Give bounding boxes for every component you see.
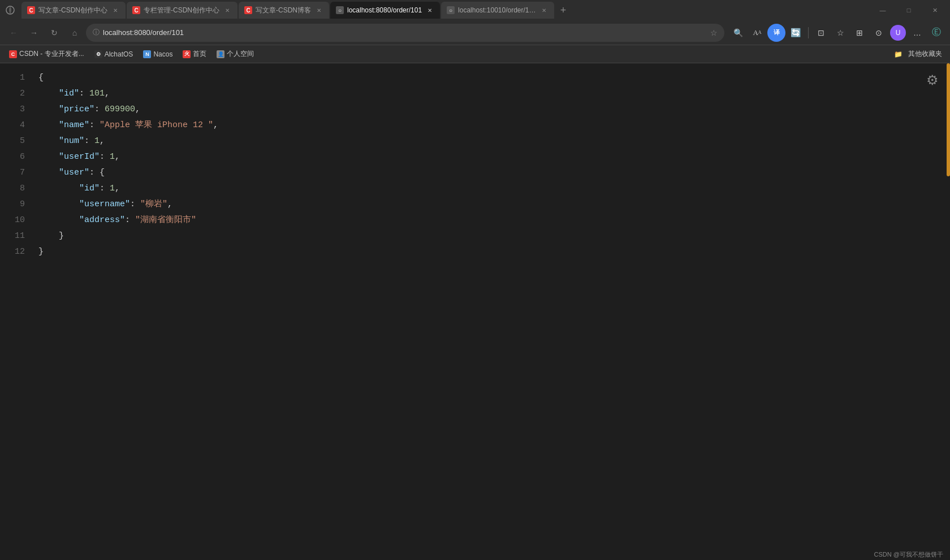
code-line: "num": 1, bbox=[38, 133, 950, 149]
code-token-colon: : bbox=[89, 120, 100, 130]
code-token-num: 101 bbox=[89, 89, 105, 98]
other-bookmarks-folder[interactable]: 其他收藏夹 bbox=[905, 47, 945, 61]
code-line: "address": "湖南省衡阳市" bbox=[38, 212, 950, 228]
new-tab-button[interactable]: + bbox=[555, 2, 571, 18]
code-token-ws bbox=[38, 152, 59, 162]
tab-close-button[interactable]: ✕ bbox=[425, 6, 434, 15]
code-token-colon: : bbox=[89, 168, 100, 177]
bookmark-item[interactable]: 火首页 bbox=[178, 47, 211, 61]
code-token-num: 1 bbox=[110, 184, 115, 193]
more-options-icon[interactable]: … bbox=[908, 24, 926, 42]
bookmarks-right: 📁 其他收藏夹 bbox=[894, 47, 945, 61]
tab-close-button[interactable]: ✕ bbox=[539, 6, 549, 15]
code-token-colon: : bbox=[84, 136, 94, 146]
zoom-icon[interactable]: 🔍 bbox=[729, 24, 747, 42]
code-token-key: "price" bbox=[59, 105, 94, 114]
code-line: { bbox=[38, 70, 950, 86]
bookmark-label: 个人空间 bbox=[227, 49, 254, 59]
code-token-ws bbox=[38, 184, 79, 193]
profile-avatar[interactable]: U bbox=[890, 25, 906, 41]
bookmark-star-icon[interactable]: ☆ bbox=[710, 28, 718, 37]
code-token-ws bbox=[38, 89, 59, 98]
bookmark-item[interactable]: CCSDN - 专业开发者... bbox=[5, 47, 89, 61]
code-line: } bbox=[38, 244, 950, 260]
maximize-button[interactable]: □ bbox=[896, 0, 922, 20]
lock-icon: ⓘ bbox=[93, 28, 100, 37]
tab-tab5[interactable]: ○localhost:10010/order/101✕ bbox=[441, 2, 554, 19]
edge-icon: Ⓔ bbox=[927, 24, 945, 42]
code-token-ws bbox=[38, 199, 79, 209]
scrollbar[interactable] bbox=[945, 63, 950, 560]
code-token-ws bbox=[38, 231, 59, 241]
tab-tab3[interactable]: C写文章-CSDN博客✕ bbox=[239, 2, 329, 19]
code-token-brace: { bbox=[38, 73, 44, 83]
settings-gear-icon[interactable]: ⚙ bbox=[926, 72, 939, 88]
url-text: localhost:8080/order/101 bbox=[103, 28, 707, 37]
window-controls: — □ ✕ bbox=[870, 0, 948, 20]
tab-close-button[interactable]: ✕ bbox=[223, 6, 232, 15]
refresh-icon[interactable]: 🔄 bbox=[787, 24, 805, 42]
bookmark-label: CSDN - 专业开发者... bbox=[19, 49, 84, 59]
line-number: 7 bbox=[0, 165, 34, 181]
address-bar: ← → ↻ ⌂ ⓘ localhost:8080/order/101 ☆ 🔍 A… bbox=[0, 20, 950, 45]
bookmark-item[interactable]: ⚙AlchatOS bbox=[90, 47, 138, 61]
tab-favicon: ○ bbox=[447, 6, 455, 14]
code-token-ws bbox=[38, 215, 79, 225]
tab-favicon: C bbox=[132, 6, 140, 14]
code-token-brace: { bbox=[100, 168, 105, 177]
split-view-icon[interactable]: ⊡ bbox=[812, 24, 830, 42]
bookmark-item[interactable]: NNacos bbox=[139, 47, 177, 61]
code-token-colon: : bbox=[94, 105, 105, 114]
line-number: 9 bbox=[0, 197, 34, 212]
code-token-punct: , bbox=[135, 105, 140, 114]
close-button[interactable]: ✕ bbox=[922, 0, 948, 20]
code-area: { "id": 101, "price": 699900, "name": "A… bbox=[34, 63, 950, 560]
tab-close-button[interactable]: ✕ bbox=[314, 6, 323, 15]
bookmark-label: 首页 bbox=[193, 49, 206, 59]
code-token-punct: , bbox=[100, 136, 105, 146]
bookmarks-bar: CCSDN - 专业开发者...⚙AlchatOSNNacos火首页👤个人空间 … bbox=[0, 45, 950, 63]
line-number: 5 bbox=[0, 133, 34, 149]
code-token-key: "user" bbox=[59, 168, 89, 177]
bookmark-favicon: C bbox=[9, 50, 17, 58]
status-bar: CSDN @可我不想做饼干 bbox=[867, 549, 950, 560]
code-token-colon: : bbox=[100, 184, 110, 193]
forward-button[interactable]: → bbox=[25, 24, 43, 42]
tab-tab1[interactable]: C写文章-CSDN创作中心✕ bbox=[21, 2, 126, 19]
font-icon[interactable]: AA bbox=[748, 24, 766, 42]
toolbar-separator bbox=[808, 27, 809, 38]
line-number: 4 bbox=[0, 118, 34, 133]
code-token-key: "num" bbox=[59, 136, 84, 146]
line-number: 8 bbox=[0, 181, 34, 197]
code-token-colon: : bbox=[79, 89, 89, 98]
tab-tab2[interactable]: C专栏管理-CSDN创作中心✕ bbox=[127, 2, 238, 19]
minimize-button[interactable]: — bbox=[870, 0, 896, 20]
url-box[interactable]: ⓘ localhost:8080/order/101 ☆ bbox=[86, 24, 724, 42]
code-line: "id": 101, bbox=[38, 86, 950, 102]
tabs-container: C写文章-CSDN创作中心✕C专栏管理-CSDN创作中心✕C写文章-CSDN博客… bbox=[21, 2, 554, 19]
tab-close-button[interactable]: ✕ bbox=[111, 6, 120, 15]
tab-favicon: C bbox=[27, 6, 35, 14]
code-token-ws bbox=[38, 136, 59, 146]
code-token-num: 699900 bbox=[105, 105, 135, 114]
bookmarks-container: CCSDN - 专业开发者...⚙AlchatOSNNacos火首页👤个人空间 bbox=[5, 47, 258, 61]
code-token-str: "柳岩" bbox=[140, 199, 167, 209]
bookmark-label: AlchatOS bbox=[105, 50, 133, 58]
code-token-ws bbox=[38, 168, 59, 177]
scroll-thumb[interactable] bbox=[947, 63, 950, 176]
back-button[interactable]: ← bbox=[5, 24, 23, 42]
collections-icon[interactable]: ⊞ bbox=[850, 24, 869, 42]
reload-button[interactable]: ↻ bbox=[45, 24, 63, 42]
favorites-icon[interactable]: ☆ bbox=[831, 24, 849, 42]
translate-icon[interactable]: 译 bbox=[767, 24, 785, 42]
tab-label: 专栏管理-CSDN创作中心 bbox=[144, 6, 219, 15]
tab-tab4[interactable]: ○localhost:8080/order/101✕ bbox=[330, 2, 440, 19]
code-token-colon: : bbox=[125, 215, 135, 225]
code-token-brace: } bbox=[38, 247, 44, 257]
line-number: 3 bbox=[0, 102, 34, 118]
content-area: 123456789101112 { "id": 101, "price": 69… bbox=[0, 63, 950, 560]
home-button[interactable]: ⌂ bbox=[66, 24, 84, 42]
tab-label: 写文章-CSDN创作中心 bbox=[38, 6, 107, 15]
bookmark-item[interactable]: 👤个人空间 bbox=[212, 47, 258, 61]
share-icon[interactable]: ⊙ bbox=[870, 24, 888, 42]
